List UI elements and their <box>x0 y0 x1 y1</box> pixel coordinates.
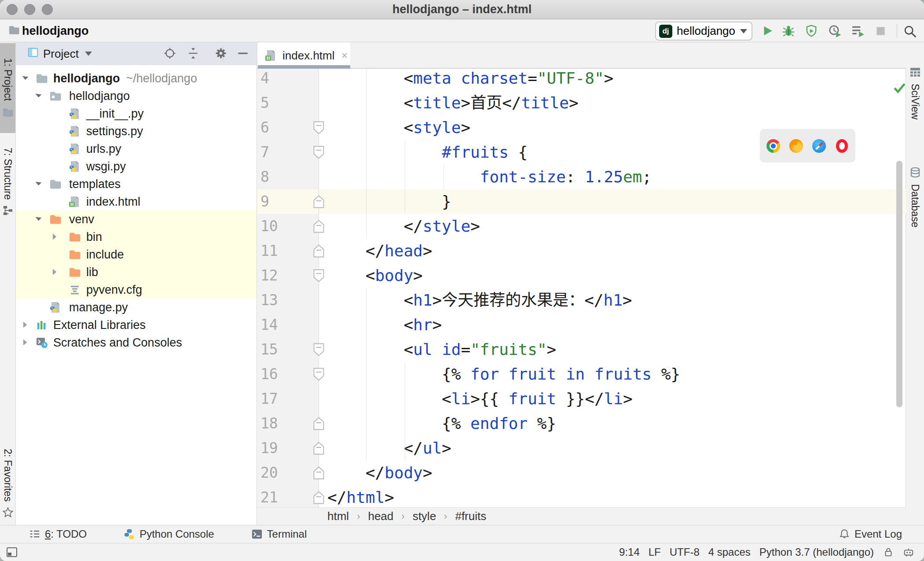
collapse-all-button[interactable] <box>187 47 201 61</box>
code-line-14[interactable]: <hr> <box>257 313 906 337</box>
collapsed-arrow-icon[interactable] <box>51 233 59 241</box>
status-line-ending[interactable]: LF <box>649 546 661 558</box>
tree-item--init-py[interactable]: __init__.py <box>16 105 257 122</box>
panel-settings-button[interactable] <box>214 47 228 61</box>
code-line-12[interactable]: <body> <box>257 263 906 288</box>
tree-item-bin[interactable]: bin <box>16 228 257 246</box>
breadcrumb-fruits[interactable]: #fruits <box>455 509 486 523</box>
code-line-5[interactable]: <title>首页</title> <box>257 91 906 115</box>
tree-item-index-html[interactable]: Hindex.html <box>16 193 257 210</box>
toolwindow-button-terminal[interactable]: Terminal <box>251 528 307 540</box>
toolwindow-button-python-console[interactable]: Python Console <box>124 528 214 540</box>
code-line-18[interactable]: {% endfor %} <box>257 411 906 436</box>
code-line-20[interactable]: </body> <box>257 461 906 485</box>
tree-item-include[interactable]: include <box>16 246 257 263</box>
profiler-button[interactable] <box>828 24 842 38</box>
event-log-button[interactable]: Event Log <box>839 528 902 540</box>
tree-item-templates[interactable]: templates <box>16 175 257 193</box>
stripe-database-button[interactable]: Database <box>906 155 924 239</box>
status-python-interpreter[interactable]: Python 3.7 (hellodjango) <box>759 546 874 558</box>
safari-browser-icon[interactable] <box>812 139 826 153</box>
breadcrumb-separator: › <box>357 511 360 522</box>
toolbar-project-name[interactable]: hellodjango <box>22 19 89 42</box>
tree-item-hellodjango[interactable]: hellodjango <box>16 87 257 105</box>
code-line-13[interactable]: <h1>今天推荐的水果是：</h1> <box>257 288 906 313</box>
editor-scrollbar[interactable] <box>896 161 902 407</box>
tree-item-label: settings.py <box>86 122 143 140</box>
expanded-arrow-icon[interactable] <box>35 92 43 100</box>
tree-item-urls-py[interactable]: urls.py <box>16 140 257 158</box>
run-with-coverage-button[interactable] <box>805 24 819 38</box>
main-toolbar: hellodjango dj hellodjango <box>0 19 924 42</box>
tree-item-external-libraries[interactable]: External Libraries <box>16 316 257 334</box>
search-everywhere-button[interactable] <box>903 24 917 38</box>
stripe-sciview-button[interactable]: SciView <box>906 55 924 130</box>
project-tool-window: hellodjango~/hellodjangohellodjango__ini… <box>16 42 257 525</box>
project-panel-caret-icon[interactable] <box>85 52 92 56</box>
breadcrumb-head[interactable]: head <box>368 509 393 523</box>
title-bar[interactable]: hellodjango – index.html <box>0 0 924 19</box>
stripe-structure-button[interactable]: 7: Structure <box>0 140 15 224</box>
collapsed-arrow-icon[interactable] <box>22 321 29 329</box>
right-tool-stripe: SciView Database <box>906 42 924 525</box>
stripe-favorites-button[interactable]: 2: Favorites <box>0 450 15 517</box>
code-line-4[interactable]: <meta charset="UTF-8"> <box>257 66 906 91</box>
code-line-9[interactable]: } <box>257 189 906 214</box>
tree-item-pyvenv-cfg[interactable]: pyvenv.cfg <box>16 281 257 299</box>
tree-item-manage-py[interactable]: manage.py <box>16 299 257 316</box>
tree-item-lib[interactable]: lib <box>16 263 257 281</box>
code-line-19[interactable]: </ul> <box>257 436 906 461</box>
ext-lib-icon <box>36 319 48 331</box>
expanded-arrow-icon[interactable] <box>35 180 43 188</box>
collapsed-arrow-icon[interactable] <box>22 339 29 347</box>
bottom-tool-stripe: 6: TODOPython ConsoleTerminal Event Log <box>0 525 924 543</box>
code-line-17[interactable]: <li>{{ fruit }}</li> <box>257 387 906 411</box>
stripe-project-button[interactable]: 1: Project <box>0 43 15 133</box>
toolwindow-button-6-todo[interactable]: 6: TODO <box>29 528 87 540</box>
status-indent-style[interactable]: 4 spaces <box>708 546 751 558</box>
chrome-browser-icon[interactable] <box>766 139 780 153</box>
expanded-arrow-icon[interactable] <box>35 215 43 223</box>
tree-item-settings-py[interactable]: settings.py <box>16 122 257 140</box>
breadcrumb-html[interactable]: html <box>327 509 349 523</box>
code-line-16[interactable]: {% for fruit in fruits %} <box>257 362 906 387</box>
run-button[interactable] <box>761 24 775 38</box>
code-line-15[interactable]: <ul id="fruits"> <box>257 337 906 362</box>
tab-close-icon[interactable] <box>340 51 349 60</box>
run-config-selector[interactable]: dj hellodjango <box>655 22 752 41</box>
tree-item-venv[interactable]: venv <box>16 210 257 228</box>
status-file-encoding[interactable]: UTF-8 <box>670 546 700 558</box>
select-opened-file-button[interactable] <box>163 47 177 61</box>
pycharm-window: hellodjango – index.html hellodjango dj … <box>0 0 924 561</box>
project-panel-header[interactable]: Project <box>16 42 257 65</box>
hide-panel-button[interactable] <box>236 47 250 61</box>
toolbar-divider <box>897 24 897 38</box>
py-console-icon <box>124 528 135 540</box>
tab-index-html[interactable]: H index.html <box>258 42 350 69</box>
opera-browser-icon[interactable] <box>836 139 848 153</box>
code-line-21[interactable]: </html> <box>257 485 906 510</box>
tree-item-scratches-and-consoles[interactable]: Scratches and Consoles <box>16 334 257 351</box>
run-configurations-button[interactable] <box>851 24 865 38</box>
status-caret-position[interactable]: 9:14 <box>619 546 640 558</box>
stop-button[interactable] <box>874 24 888 38</box>
debug-button[interactable] <box>782 24 796 38</box>
html-file-icon: H <box>265 49 277 62</box>
code-line-11[interactable]: </head> <box>257 239 906 263</box>
breadcrumb-style[interactable]: style <box>413 509 436 523</box>
tree-item-hellodjango[interactable]: hellodjango~/hellodjango <box>16 70 257 87</box>
robot-icon[interactable] <box>903 546 914 558</box>
sciview-tool-icon <box>909 66 921 78</box>
svg-text:H: H <box>267 56 270 61</box>
svg-text:H: H <box>70 202 73 207</box>
code-line-10[interactable]: </style> <box>257 214 906 239</box>
indent-guide <box>405 140 405 214</box>
expanded-arrow-icon[interactable] <box>22 74 29 82</box>
toolwindow-toggle-icon[interactable] <box>6 546 18 558</box>
tree-item-wsgi-py[interactable]: wsgi.py <box>16 158 257 175</box>
folder-orange-icon <box>69 266 81 278</box>
code-line-8[interactable]: font-size: 1.25em; <box>257 165 906 189</box>
firefox-browser-icon[interactable] <box>789 139 803 153</box>
collapsed-arrow-icon[interactable] <box>51 268 59 276</box>
lock-icon[interactable] <box>883 546 894 558</box>
